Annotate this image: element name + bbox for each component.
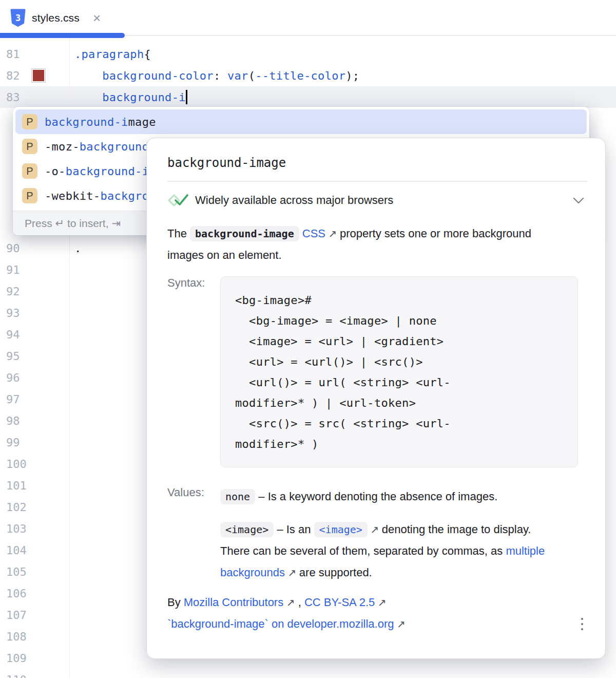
line-number: 110 [6, 673, 27, 678]
syntax-section: Syntax: <bg-image># <bg-image> = <image>… [167, 276, 587, 467]
syntax-line: <src()> = src( <string> <url- [235, 413, 578, 434]
line-number: 107 [6, 609, 27, 622]
gutter-cell: 103 [0, 522, 69, 535]
gutter-cell: 105 [0, 566, 69, 578]
gutter-cell: 83 [0, 91, 69, 104]
active-tab-indicator [0, 33, 125, 38]
tab-styles-css[interactable]: 3 styles.css × [5, 5, 106, 31]
cc-by-sa-link[interactable]: CC BY-SA 2.5 [304, 596, 375, 609]
autocomplete-item[interactable]: Pbackground-image [15, 109, 587, 134]
gutter-cell: 100 [0, 458, 69, 470]
line-number: 91 [6, 263, 20, 276]
line-number: 81 [6, 48, 20, 61]
syntax-label: Syntax: [167, 276, 220, 467]
gutter-cell: 95 [0, 350, 69, 363]
code-chip: background-image [190, 226, 299, 241]
gutter-cell: 96 [0, 371, 69, 384]
line-number: 99 [6, 436, 20, 449]
line-number: 101 [6, 479, 27, 492]
doc-description: The background-image CSS ↗ property sets… [167, 223, 557, 266]
image-type-link[interactable]: <image> [314, 522, 368, 537]
line-number: 96 [6, 371, 20, 384]
code-line[interactable]: background-color: var(--title-color); [69, 69, 359, 82]
doc-title: background-image [167, 156, 587, 170]
code-token: ); [345, 69, 359, 82]
code-line[interactable]: .paragraph{ [69, 48, 151, 61]
gutter-cell: 90 [0, 242, 69, 255]
external-link-arrow-icon: ↗ [394, 618, 405, 630]
gutter-cell: 101 [0, 479, 69, 492]
item-prefix: -moz- [45, 140, 80, 153]
code-token: background-color [102, 69, 214, 82]
syntax-line: modifier>* ) | <url-token> [235, 393, 578, 413]
mozilla-contributors-link[interactable]: Mozilla Contributors [184, 596, 283, 609]
text-segment: – Is a keyword denoting the absence of i… [255, 490, 497, 503]
tab-label: styles.css [32, 12, 80, 24]
baseline-status-text: Widely available across major browsers [195, 194, 567, 207]
autocomplete-item-label: background-image [45, 116, 156, 128]
line-number: 83 [6, 91, 20, 104]
line-number: 93 [6, 307, 20, 319]
kebab-menu-icon[interactable] [581, 618, 583, 630]
code-token: : [214, 69, 227, 82]
gutter-cell: 93 [0, 307, 69, 319]
text-segment: The [167, 227, 190, 240]
line-number: 92 [6, 285, 20, 298]
code-chip: <image> [220, 522, 274, 537]
syntax-line: modifier>* ) [235, 434, 578, 455]
syntax-line: <bg-image> = <image> | none [235, 311, 578, 331]
close-icon[interactable]: × [93, 11, 101, 25]
line-number: 82 [6, 69, 20, 82]
svg-text:3: 3 [15, 13, 21, 23]
external-link-arrow-icon: ↗ [375, 597, 386, 608]
documentation-popup: background-image Widely available across… [146, 138, 606, 659]
line-number: 100 [6, 458, 27, 470]
item-match: background-i [45, 116, 128, 128]
gutter-cell: 107 [0, 609, 69, 622]
code-line[interactable]: background-i [69, 90, 187, 104]
line-number: 106 [6, 587, 27, 600]
color-swatch[interactable] [32, 69, 45, 82]
text-segment: , [295, 596, 304, 609]
code-token: . [74, 242, 82, 255]
syntax-line: <image> = <url> | <gradient> [235, 331, 578, 352]
css-link[interactable]: CSS [302, 227, 325, 240]
code-token: background-i [74, 91, 186, 104]
doc-divider [167, 181, 587, 182]
values-label: Values: [167, 486, 220, 507]
property-badge: P [22, 163, 37, 179]
external-link-arrow-icon: ↗ [325, 228, 340, 239]
item-prefix: -o- [45, 165, 66, 178]
external-link-arrow-icon: ↗ [368, 524, 382, 535]
line-number: 94 [6, 328, 20, 341]
line-number: 95 [6, 350, 20, 363]
text-segment: – Is an [274, 523, 314, 536]
tab-bar: 3 styles.css × [0, 0, 616, 36]
attribution: By Mozilla Contributors ↗ , CC BY-SA 2.5… [167, 596, 587, 609]
gutter-cell: 92 [0, 285, 69, 298]
mdn-row: `background-image` on developer.mozilla.… [167, 617, 587, 631]
gutter-cell: 108 [0, 630, 69, 643]
line-number: 109 [6, 652, 27, 665]
external-link-arrow-icon: ↗ [283, 597, 295, 608]
syntax-line: <url> = <url()> | <src()> [235, 352, 578, 372]
code-chip: none [220, 489, 255, 504]
line-number: 105 [6, 566, 27, 578]
chevron-down-icon[interactable] [573, 197, 584, 204]
gutter-cell: 109 [0, 652, 69, 665]
line-number: 97 [6, 393, 20, 406]
editor-line: 83 background-i [0, 86, 616, 108]
mdn-page-link[interactable]: `background-image` on developer.mozilla.… [167, 617, 394, 630]
code-line[interactable]: . [69, 242, 82, 255]
external-link-arrow-icon: ↗ [285, 567, 299, 578]
gutter-cell: 97 [0, 393, 69, 406]
autocomplete-hint: Press ↵ to insert, ⇥ [25, 217, 124, 230]
gutter-cell: 106 [0, 587, 69, 600]
line-number: 104 [6, 544, 27, 557]
gutter-cell: 82 [0, 69, 69, 82]
line-number: 103 [6, 522, 27, 535]
line-number: 108 [6, 630, 27, 643]
value-image-description: <image> – Is an <image> ↗ denoting the i… [220, 519, 549, 583]
line-number: 102 [6, 501, 27, 514]
gutter-cell: 94 [0, 328, 69, 341]
